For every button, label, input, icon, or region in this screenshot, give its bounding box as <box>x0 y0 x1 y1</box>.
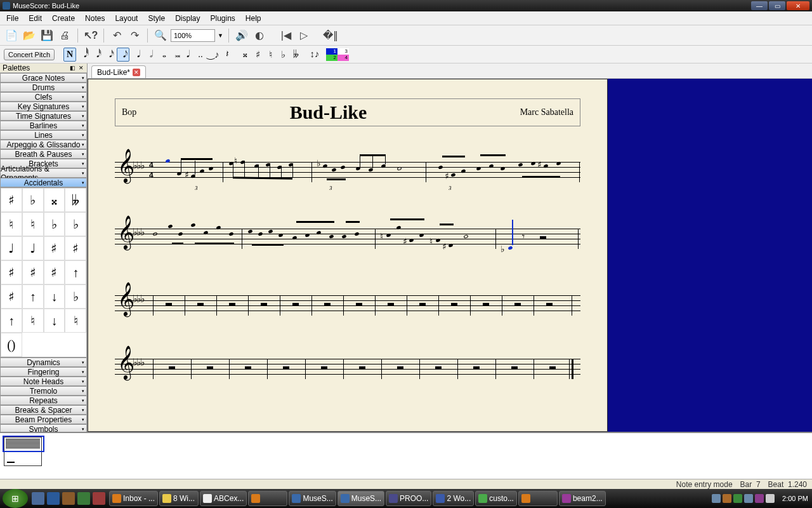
menu-style[interactable]: Style <box>144 13 169 24</box>
tray-icon[interactable] <box>755 494 764 503</box>
score-canvas[interactable]: Bop Bud-Like Marc Sabatella 𝄞 ♭♭♭ 44 ♯ <box>88 79 812 432</box>
score-title[interactable]: Bud-Like <box>136 102 520 123</box>
concert-pitch-button[interactable]: Concert Pitch <box>4 49 55 60</box>
double-sharp-button[interactable]: 𝄪 <box>240 48 250 62</box>
menu-file[interactable]: File <box>3 13 22 24</box>
palette-note-heads[interactable]: Note Heads▾ <box>0 377 87 386</box>
task-item[interactable] <box>248 491 287 506</box>
duration-quarter[interactable]: 𝅘𝅥 <box>132 48 142 62</box>
task-item[interactable]: MuseS... <box>289 491 336 506</box>
quicklaunch-5[interactable] <box>93 492 105 505</box>
redo-button[interactable]: ↷ <box>127 28 142 43</box>
accidental-cell[interactable]: ↑ <box>1 309 22 333</box>
speaker-button[interactable]: 🔊 <box>234 28 249 43</box>
quicklaunch-3[interactable] <box>62 492 75 505</box>
palette-clefs[interactable]: Clefs▾ <box>0 92 87 102</box>
duration-16th[interactable]: 𝅘𝅥𝅯 <box>104 48 114 62</box>
tab-close-button[interactable]: ✕ <box>133 69 140 76</box>
taskbar-clock[interactable]: 2:00 PM <box>778 495 812 502</box>
accidental-cell[interactable]: () <box>1 333 22 357</box>
accidental-cell[interactable]: ♭ <box>65 284 86 309</box>
metronome-button[interactable]: ◐ <box>252 28 267 43</box>
palette-arpeggio[interactable]: Arpeggio & Glissando▾ <box>0 140 87 149</box>
accidental-cell[interactable]: ♩ <box>1 236 22 260</box>
duration-whole-2[interactable]: 𝅜 <box>170 48 180 62</box>
menu-help[interactable]: Help <box>242 13 265 24</box>
double-flat-button[interactable]: 𝄫 <box>291 48 301 62</box>
staff-system-2[interactable]: 𝄞 ♭♭♭ <box>115 229 580 249</box>
accidental-cell[interactable]: ♮ <box>22 212 44 236</box>
staff-system-4[interactable]: 𝄞 ♭♭♭ <box>115 359 580 379</box>
accidental-cell[interactable]: ♯ <box>22 260 44 284</box>
notes-row-2[interactable]: ♮ ♯ ♮ ♯ ♭ <box>153 229 574 249</box>
accidental-cell[interactable]: ♯ <box>1 284 22 309</box>
accidental-cell[interactable]: 𝄫 <box>65 188 86 212</box>
staff-system-3[interactable]: 𝄞 ♭♭♭ <box>115 295 580 316</box>
flat-button[interactable]: ♭ <box>278 48 288 62</box>
duration-dot[interactable]: 𝅘𝅥. <box>183 48 193 62</box>
play-button[interactable]: ▷ <box>296 28 311 43</box>
task-item[interactable]: 8 Wi... <box>159 491 199 506</box>
accidental-cell[interactable]: ♯ <box>1 260 22 284</box>
task-item[interactable] <box>518 491 558 506</box>
accidental-cell[interactable]: ↓ <box>44 284 65 309</box>
menu-plugins[interactable]: Plugins <box>207 13 239 24</box>
task-item[interactable]: PROO... <box>386 491 431 506</box>
accidental-cell[interactable]: ♯ <box>44 260 65 284</box>
quicklaunch-4[interactable] <box>77 492 90 505</box>
whatsthis-button[interactable]: ↖? <box>83 28 98 43</box>
task-item[interactable]: beam2... <box>559 491 606 506</box>
accidental-cell[interactable]: ♭ <box>65 212 86 236</box>
tray-icon[interactable] <box>712 494 721 503</box>
accidental-cell[interactable]: ↓ <box>44 309 65 333</box>
palette-breaks[interactable]: Breaks & Spacer▾ <box>0 405 87 415</box>
quicklaunch-1[interactable] <box>32 492 44 505</box>
tray-volume-icon[interactable] <box>766 494 775 503</box>
palette-key-signatures[interactable]: Key Signatures▾ <box>0 102 87 111</box>
rewind-button[interactable]: |◀ <box>278 28 294 43</box>
accidental-cell[interactable]: 𝄪 <box>44 188 65 212</box>
flip-stem-button[interactable]: ↕♪ <box>310 48 320 62</box>
accidental-cell[interactable]: ♭ <box>22 188 44 212</box>
palette-fingering[interactable]: Fingering▾ <box>0 367 87 377</box>
palette-tremolo[interactable]: Tremolo▾ <box>0 386 87 396</box>
menu-layout[interactable]: Layout <box>111 13 141 24</box>
task-item[interactable]: ABCex... <box>200 491 247 506</box>
palette-lines[interactable]: Lines▾ <box>0 130 87 140</box>
undo-button[interactable]: ↶ <box>109 28 124 43</box>
palette-repeats[interactable]: Repeats▾ <box>0 396 87 405</box>
duration-64th[interactable]: 𝅘𝅥𝅱 <box>79 48 89 62</box>
accidental-cell[interactable]: ♯ <box>65 236 86 260</box>
zoom-icon[interactable]: 🔍 <box>153 28 168 43</box>
palettes-close-button[interactable]: ✕ <box>77 65 84 72</box>
palette-accidentals[interactable]: Accidentals▾ <box>0 178 87 187</box>
new-file-button[interactable]: 📄 <box>4 28 19 43</box>
task-item[interactable]: 2 Wo... <box>433 491 474 506</box>
score-page[interactable]: Bop Bud-Like Marc Sabatella 𝄞 ♭♭♭ 44 ♯ <box>88 79 608 432</box>
accidental-cell[interactable]: ♭ <box>44 212 65 236</box>
menu-edit[interactable]: Edit <box>25 13 46 24</box>
duration-whole-1[interactable]: 𝅝 <box>157 48 167 62</box>
natural-button[interactable]: ♮ <box>265 48 275 62</box>
palette-grace-notes[interactable]: Grace Notes▾ <box>0 73 87 83</box>
menu-create[interactable]: Create <box>48 13 79 24</box>
minimize-button[interactable]: — <box>751 1 768 10</box>
tab-bud-like[interactable]: Bud-Like* ✕ <box>91 65 146 78</box>
score-title-frame[interactable]: Bop Bud-Like Marc Sabatella <box>115 98 580 126</box>
palettes-undock-button[interactable]: ◧ <box>69 65 76 72</box>
duration-32nd[interactable]: 𝅘𝅥𝅰 <box>91 48 102 62</box>
palette-time-signatures[interactable]: Time Signatures▾ <box>0 111 87 121</box>
navigator-viewport[interactable] <box>3 436 44 452</box>
notes-row-1[interactable]: ♯ 3 ♮ <box>166 162 574 182</box>
repeat-button[interactable]: �‖ <box>323 28 338 43</box>
print-button[interactable]: 🖨 <box>57 28 72 43</box>
palette-dynamics[interactable]: Dynamics▾ <box>0 358 87 367</box>
accidental-cell[interactable]: ♮ <box>22 309 44 333</box>
duration-8th[interactable]: 𝅘𝅥𝅮 <box>117 48 129 62</box>
rest-button[interactable]: 𝄽 <box>221 48 231 62</box>
duration-half[interactable]: 𝅗𝅥 <box>145 48 155 62</box>
menu-display[interactable]: Display <box>171 13 204 24</box>
zoom-input[interactable] <box>171 29 215 42</box>
accidental-cell[interactable]: ♯ <box>44 236 65 260</box>
duration-double-dot[interactable]: .. <box>195 48 206 62</box>
